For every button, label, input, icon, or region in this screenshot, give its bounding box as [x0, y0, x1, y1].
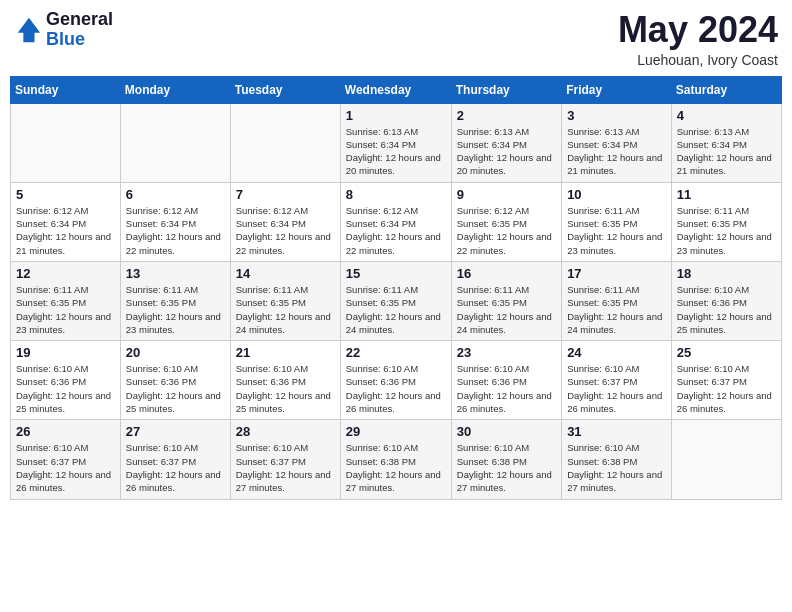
calendar-cell: 3Sunrise: 6:13 AM Sunset: 6:34 PM Daylig…	[562, 103, 672, 182]
calendar-cell: 30Sunrise: 6:10 AM Sunset: 6:38 PM Dayli…	[451, 420, 561, 499]
day-info: Sunrise: 6:13 AM Sunset: 6:34 PM Dayligh…	[567, 125, 666, 178]
calendar-cell: 13Sunrise: 6:11 AM Sunset: 6:35 PM Dayli…	[120, 261, 230, 340]
calendar-week-row: 1Sunrise: 6:13 AM Sunset: 6:34 PM Daylig…	[11, 103, 782, 182]
calendar-week-row: 26Sunrise: 6:10 AM Sunset: 6:37 PM Dayli…	[11, 420, 782, 499]
day-number: 11	[677, 187, 776, 202]
day-number: 6	[126, 187, 225, 202]
calendar-cell: 18Sunrise: 6:10 AM Sunset: 6:36 PM Dayli…	[671, 261, 781, 340]
day-number: 10	[567, 187, 666, 202]
calendar-cell: 12Sunrise: 6:11 AM Sunset: 6:35 PM Dayli…	[11, 261, 121, 340]
day-info: Sunrise: 6:11 AM Sunset: 6:35 PM Dayligh…	[567, 283, 666, 336]
day-info: Sunrise: 6:10 AM Sunset: 6:36 PM Dayligh…	[457, 362, 556, 415]
calendar-cell: 28Sunrise: 6:10 AM Sunset: 6:37 PM Dayli…	[230, 420, 340, 499]
day-info: Sunrise: 6:10 AM Sunset: 6:37 PM Dayligh…	[126, 441, 225, 494]
day-info: Sunrise: 6:10 AM Sunset: 6:36 PM Dayligh…	[346, 362, 446, 415]
day-number: 13	[126, 266, 225, 281]
day-info: Sunrise: 6:10 AM Sunset: 6:38 PM Dayligh…	[346, 441, 446, 494]
day-number: 21	[236, 345, 335, 360]
day-number: 1	[346, 108, 446, 123]
day-info: Sunrise: 6:12 AM Sunset: 6:34 PM Dayligh…	[236, 204, 335, 257]
calendar-cell: 2Sunrise: 6:13 AM Sunset: 6:34 PM Daylig…	[451, 103, 561, 182]
day-info: Sunrise: 6:11 AM Sunset: 6:35 PM Dayligh…	[457, 283, 556, 336]
calendar-cell: 1Sunrise: 6:13 AM Sunset: 6:34 PM Daylig…	[340, 103, 451, 182]
calendar-cell: 14Sunrise: 6:11 AM Sunset: 6:35 PM Dayli…	[230, 261, 340, 340]
day-number: 14	[236, 266, 335, 281]
logo: General Blue	[14, 10, 113, 50]
day-number: 3	[567, 108, 666, 123]
day-info: Sunrise: 6:13 AM Sunset: 6:34 PM Dayligh…	[457, 125, 556, 178]
logo-line1: General	[46, 10, 113, 30]
weekday-header-sunday: Sunday	[11, 76, 121, 103]
calendar-cell: 7Sunrise: 6:12 AM Sunset: 6:34 PM Daylig…	[230, 182, 340, 261]
day-number: 30	[457, 424, 556, 439]
calendar-cell: 8Sunrise: 6:12 AM Sunset: 6:34 PM Daylig…	[340, 182, 451, 261]
day-number: 4	[677, 108, 776, 123]
calendar-cell: 6Sunrise: 6:12 AM Sunset: 6:34 PM Daylig…	[120, 182, 230, 261]
day-info: Sunrise: 6:10 AM Sunset: 6:36 PM Dayligh…	[236, 362, 335, 415]
weekday-header-saturday: Saturday	[671, 76, 781, 103]
day-number: 29	[346, 424, 446, 439]
calendar-cell: 5Sunrise: 6:12 AM Sunset: 6:34 PM Daylig…	[11, 182, 121, 261]
calendar-cell: 24Sunrise: 6:10 AM Sunset: 6:37 PM Dayli…	[562, 341, 672, 420]
day-info: Sunrise: 6:10 AM Sunset: 6:36 PM Dayligh…	[126, 362, 225, 415]
day-number: 7	[236, 187, 335, 202]
calendar-cell: 22Sunrise: 6:10 AM Sunset: 6:36 PM Dayli…	[340, 341, 451, 420]
calendar-cell: 26Sunrise: 6:10 AM Sunset: 6:37 PM Dayli…	[11, 420, 121, 499]
day-number: 17	[567, 266, 666, 281]
day-number: 31	[567, 424, 666, 439]
calendar-week-row: 12Sunrise: 6:11 AM Sunset: 6:35 PM Dayli…	[11, 261, 782, 340]
calendar-cell: 31Sunrise: 6:10 AM Sunset: 6:38 PM Dayli…	[562, 420, 672, 499]
day-number: 19	[16, 345, 115, 360]
day-info: Sunrise: 6:13 AM Sunset: 6:34 PM Dayligh…	[677, 125, 776, 178]
calendar-cell	[230, 103, 340, 182]
day-number: 22	[346, 345, 446, 360]
calendar-cell: 23Sunrise: 6:10 AM Sunset: 6:36 PM Dayli…	[451, 341, 561, 420]
calendar-cell	[120, 103, 230, 182]
page-header: General Blue May 2024 Luehouan, Ivory Co…	[10, 10, 782, 68]
weekday-header-monday: Monday	[120, 76, 230, 103]
weekday-header-friday: Friday	[562, 76, 672, 103]
calendar-week-row: 19Sunrise: 6:10 AM Sunset: 6:36 PM Dayli…	[11, 341, 782, 420]
calendar-table: SundayMondayTuesdayWednesdayThursdayFrid…	[10, 76, 782, 500]
day-info: Sunrise: 6:11 AM Sunset: 6:35 PM Dayligh…	[346, 283, 446, 336]
weekday-header-wednesday: Wednesday	[340, 76, 451, 103]
day-info: Sunrise: 6:12 AM Sunset: 6:35 PM Dayligh…	[457, 204, 556, 257]
calendar-cell: 4Sunrise: 6:13 AM Sunset: 6:34 PM Daylig…	[671, 103, 781, 182]
title-block: May 2024 Luehouan, Ivory Coast	[618, 10, 778, 68]
day-number: 2	[457, 108, 556, 123]
calendar-cell: 11Sunrise: 6:11 AM Sunset: 6:35 PM Dayli…	[671, 182, 781, 261]
day-info: Sunrise: 6:12 AM Sunset: 6:34 PM Dayligh…	[16, 204, 115, 257]
calendar-cell: 9Sunrise: 6:12 AM Sunset: 6:35 PM Daylig…	[451, 182, 561, 261]
day-number: 25	[677, 345, 776, 360]
calendar-cell: 21Sunrise: 6:10 AM Sunset: 6:36 PM Dayli…	[230, 341, 340, 420]
day-number: 18	[677, 266, 776, 281]
calendar-cell: 29Sunrise: 6:10 AM Sunset: 6:38 PM Dayli…	[340, 420, 451, 499]
day-info: Sunrise: 6:10 AM Sunset: 6:36 PM Dayligh…	[677, 283, 776, 336]
day-number: 24	[567, 345, 666, 360]
svg-marker-0	[18, 18, 40, 42]
logo-icon	[14, 16, 42, 44]
calendar-cell: 17Sunrise: 6:11 AM Sunset: 6:35 PM Dayli…	[562, 261, 672, 340]
day-info: Sunrise: 6:11 AM Sunset: 6:35 PM Dayligh…	[567, 204, 666, 257]
calendar-cell	[671, 420, 781, 499]
calendar-cell: 16Sunrise: 6:11 AM Sunset: 6:35 PM Dayli…	[451, 261, 561, 340]
day-number: 28	[236, 424, 335, 439]
calendar-cell: 25Sunrise: 6:10 AM Sunset: 6:37 PM Dayli…	[671, 341, 781, 420]
day-number: 5	[16, 187, 115, 202]
day-number: 15	[346, 266, 446, 281]
calendar-week-row: 5Sunrise: 6:12 AM Sunset: 6:34 PM Daylig…	[11, 182, 782, 261]
calendar-cell	[11, 103, 121, 182]
day-info: Sunrise: 6:11 AM Sunset: 6:35 PM Dayligh…	[126, 283, 225, 336]
day-number: 23	[457, 345, 556, 360]
day-info: Sunrise: 6:11 AM Sunset: 6:35 PM Dayligh…	[236, 283, 335, 336]
day-info: Sunrise: 6:12 AM Sunset: 6:34 PM Dayligh…	[346, 204, 446, 257]
calendar-cell: 10Sunrise: 6:11 AM Sunset: 6:35 PM Dayli…	[562, 182, 672, 261]
logo-text: General Blue	[46, 10, 113, 50]
day-info: Sunrise: 6:13 AM Sunset: 6:34 PM Dayligh…	[346, 125, 446, 178]
day-number: 20	[126, 345, 225, 360]
day-number: 12	[16, 266, 115, 281]
location: Luehouan, Ivory Coast	[618, 52, 778, 68]
calendar-cell: 20Sunrise: 6:10 AM Sunset: 6:36 PM Dayli…	[120, 341, 230, 420]
calendar-cell: 27Sunrise: 6:10 AM Sunset: 6:37 PM Dayli…	[120, 420, 230, 499]
day-info: Sunrise: 6:10 AM Sunset: 6:37 PM Dayligh…	[16, 441, 115, 494]
